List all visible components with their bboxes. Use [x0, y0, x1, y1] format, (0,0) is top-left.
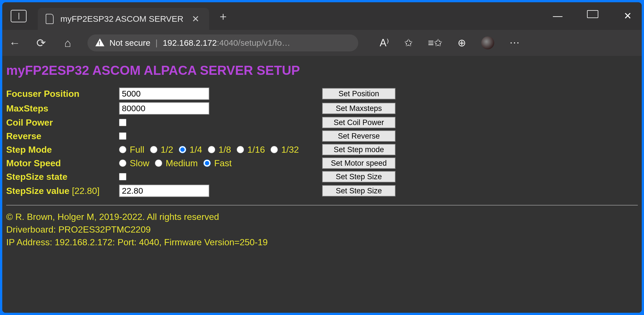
set-reverse-button[interactable]: Set Reverse: [322, 130, 395, 142]
label-stepsize-state: StepSize state: [6, 172, 119, 182]
label-motor-speed: Motor Speed: [6, 158, 119, 169]
page-footer: © R. Brown, Holger M, 2019-2022. All rig…: [6, 211, 638, 248]
reverse-checkbox[interactable]: [119, 132, 126, 140]
footer-driverboard: Driverboard: PRO2ES32PTMC2209: [6, 223, 638, 236]
label-maxsteps: MaxSteps: [6, 103, 119, 114]
maxsteps-input[interactable]: [119, 102, 209, 115]
window-controls: — ✕: [552, 10, 633, 21]
step-mode-eighth[interactable]: [208, 146, 215, 153]
divider: [6, 205, 638, 205]
step-mode-group: Full 1/2 1/4 1/8 1/16 1/32: [119, 145, 322, 155]
profile-avatar[interactable]: [481, 36, 494, 49]
coil-power-checkbox[interactable]: [119, 119, 126, 126]
page-icon: [46, 14, 54, 24]
step-mode-quarter[interactable]: [179, 146, 186, 153]
address-bar[interactable]: Not secure | 192.168.2.172:4040/setup/v1…: [87, 34, 358, 51]
set-motor-speed-button[interactable]: Set Motor speed: [322, 158, 395, 169]
favorites-bar-icon[interactable]: ≡✩: [428, 37, 442, 49]
browser-window: myFP2ESP32 ASCOM SERVER ✕ ＋ — ✕ ← ⟳ ⌂ No…: [2, 2, 642, 313]
titlebar: myFP2ESP32 ASCOM SERVER ✕ ＋ — ✕: [2, 2, 642, 30]
more-menu-icon[interactable]: ⋯: [509, 37, 520, 49]
motor-speed-fast[interactable]: [203, 159, 211, 167]
stepsize-current-annot: [22.80]: [72, 186, 100, 196]
url-path: :4040/setup/v1/fo…: [217, 38, 290, 47]
step-mode-sixteenth[interactable]: [237, 146, 244, 153]
set-position-button[interactable]: Set Position: [322, 88, 395, 99]
collections-icon[interactable]: ⊕: [458, 37, 466, 49]
set-step-mode-button[interactable]: Set Step mode: [322, 144, 395, 155]
page-content: myFP2ESP32 ASCOM ALPACA SERVER SETUP Foc…: [2, 56, 642, 313]
page-heading: myFP2ESP32 ASCOM ALPACA SERVER SETUP: [6, 63, 638, 78]
new-tab-button[interactable]: ＋: [217, 8, 229, 24]
set-stepsize-state-button[interactable]: Set Step Size: [322, 171, 395, 182]
label-coil-power: Coil Power: [6, 117, 119, 128]
close-window-button[interactable]: ✕: [622, 10, 633, 21]
settings-form: Focuser Position Set Position MaxSteps S…: [6, 88, 638, 197]
step-mode-thirtysecond[interactable]: [271, 146, 278, 153]
set-coil-power-button[interactable]: Set Coil Power: [322, 117, 395, 128]
restore-button[interactable]: [587, 10, 598, 21]
tab-strip: myFP2ESP32 ASCOM SERVER ✕ ＋: [2, 2, 229, 30]
tab-actions-icon[interactable]: [11, 10, 27, 22]
tab-title: myFP2ESP32 ASCOM SERVER: [60, 14, 183, 24]
favorite-icon[interactable]: ✩: [404, 37, 413, 49]
read-aloud-icon[interactable]: A⁾: [380, 37, 389, 49]
browser-tab[interactable]: myFP2ESP32 ASCOM SERVER ✕: [38, 8, 209, 30]
motor-speed-medium[interactable]: [155, 159, 162, 167]
label-step-mode: Step Mode: [6, 145, 119, 155]
step-mode-full[interactable]: [119, 146, 126, 153]
minimize-button[interactable]: —: [552, 10, 563, 21]
toolbar-actions: A⁾ ✩ ≡✩ ⊕ ⋯: [380, 36, 520, 49]
back-button[interactable]: ←: [8, 37, 21, 49]
address-separator: |: [155, 38, 158, 48]
focuser-position-input[interactable]: [119, 88, 209, 100]
not-secure-icon: [95, 38, 104, 46]
label-reverse: Reverse: [6, 131, 119, 141]
step-mode-half[interactable]: [150, 146, 157, 153]
set-maxsteps-button[interactable]: Set Maxsteps: [322, 103, 395, 114]
stepsize-state-checkbox[interactable]: [119, 173, 126, 180]
footer-network: IP Address: 192.168.2.172: Port: 4040, F…: [6, 236, 638, 249]
footer-copyright: © R. Brown, Holger M, 2019-2022. All rig…: [6, 211, 638, 223]
security-label: Not secure: [109, 38, 150, 48]
refresh-button[interactable]: ⟳: [34, 36, 48, 49]
set-stepsize-value-button[interactable]: Set Step Size: [322, 185, 395, 196]
browser-toolbar: ← ⟳ ⌂ Not secure | 192.168.2.172:4040/se…: [2, 30, 642, 56]
home-button[interactable]: ⌂: [61, 37, 74, 49]
motor-speed-group: Slow Medium Fast: [119, 158, 322, 169]
label-stepsize-value: StepSize value [22.80]: [6, 186, 119, 196]
close-tab-icon[interactable]: ✕: [190, 14, 201, 24]
stepsize-value-input[interactable]: [119, 185, 209, 197]
url-host: 192.168.2.172: [163, 38, 217, 47]
label-focuser-position: Focuser Position: [6, 89, 119, 99]
motor-speed-slow[interactable]: [119, 159, 126, 167]
